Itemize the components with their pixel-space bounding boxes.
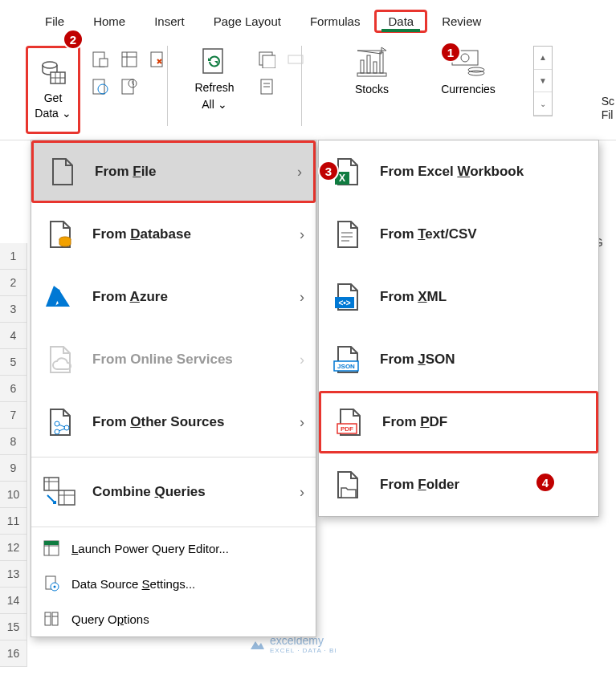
from-table-icon[interactable] xyxy=(117,49,141,70)
currencies-label: Currencies xyxy=(441,83,496,96)
menu-from-azure[interactable]: From Azure › xyxy=(31,266,316,328)
tab-pagelayout[interactable]: Page Layout xyxy=(199,10,296,33)
row-header[interactable]: 10 xyxy=(0,482,27,508)
menu-from-database[interactable]: From Database › xyxy=(31,203,316,266)
file-icon xyxy=(48,156,77,188)
menu-label: From Folder xyxy=(380,477,459,493)
svg-rect-30 xyxy=(380,52,383,73)
stocks-button[interactable]: Stocks xyxy=(336,46,408,96)
gallery-scroll[interactable]: ▲ ▼ ⌄ xyxy=(533,46,553,116)
from-text-icon[interactable] xyxy=(88,49,112,70)
callout-3: 3 xyxy=(318,161,339,181)
row-header[interactable]: 13 xyxy=(0,561,27,588)
menu-launch-pqe[interactable]: Launch Power Query Editor... xyxy=(31,531,316,566)
submenu-folder[interactable]: From Folder xyxy=(319,453,598,516)
tab-home[interactable]: Home xyxy=(79,10,140,33)
row-header[interactable]: 15 xyxy=(0,614,27,640)
file-sources-icon xyxy=(46,406,75,438)
submenu-text-csv[interactable]: From Text/CSV xyxy=(319,203,598,266)
combine-icon xyxy=(43,476,78,508)
svg-rect-29 xyxy=(373,62,377,73)
svg-rect-27 xyxy=(361,60,364,73)
from-file-submenu: X From Excel Workbook From Text/CSV <•> … xyxy=(318,140,599,517)
sort-filter-truncated: ScFil xyxy=(602,95,614,122)
refresh-all-button[interactable]: Refresh All ⌄ xyxy=(182,46,247,112)
svg-point-53 xyxy=(54,586,56,588)
submenu-excel-workbook[interactable]: X From Excel Workbook xyxy=(319,140,598,203)
get-data-label1: Get xyxy=(44,91,63,105)
text-file-icon xyxy=(333,218,362,250)
svg-rect-41 xyxy=(44,478,59,490)
submenu-json[interactable]: JSON From JSON xyxy=(319,328,598,391)
scroll-down-icon[interactable]: ▼ xyxy=(534,70,552,93)
get-data-label2: Data ⌄ xyxy=(35,107,71,120)
menu-data-source-settings[interactable]: Data Source Settings... xyxy=(31,566,316,601)
row-header[interactable]: 5 xyxy=(0,349,27,376)
tab-review[interactable]: Review xyxy=(427,10,496,33)
row-header[interactable]: 9 xyxy=(0,455,27,482)
chevron-right-icon: › xyxy=(297,164,302,181)
menu-label: From Other Sources xyxy=(92,414,224,430)
pdf-file-icon: PDF xyxy=(336,406,365,438)
row-header[interactable]: 8 xyxy=(0,429,27,455)
row-header[interactable]: 7 xyxy=(0,402,27,429)
ribbon-tabs: File Home Insert Page Layout Formulas Da… xyxy=(0,0,616,36)
json-file-icon: JSON xyxy=(333,344,362,376)
stocks-icon xyxy=(353,46,391,78)
settings-file-icon xyxy=(43,575,60,592)
svg-point-37 xyxy=(55,429,59,434)
xml-file-icon: <•> xyxy=(333,281,362,313)
row-header[interactable]: 6 xyxy=(0,376,27,402)
refresh-icon xyxy=(198,46,230,78)
menu-query-options[interactable]: Query Options xyxy=(31,601,316,636)
menu-label: Query Options xyxy=(71,612,149,626)
row-header[interactable]: 1 xyxy=(0,243,27,270)
scroll-up-icon[interactable]: ▲ xyxy=(534,47,552,70)
menu-from-other[interactable]: From Other Sources › xyxy=(31,391,316,453)
svg-rect-50 xyxy=(44,541,59,545)
row-header[interactable]: 12 xyxy=(0,535,27,561)
svg-point-36 xyxy=(55,421,59,426)
row-header[interactable]: 3 xyxy=(0,296,27,323)
row-header[interactable]: 16 xyxy=(0,640,27,667)
tab-formulas[interactable]: Formulas xyxy=(296,10,375,33)
svg-rect-6 xyxy=(100,59,108,67)
menu-from-online: From Online Services › xyxy=(31,328,316,391)
menu-separator xyxy=(31,527,316,527)
recent-sources-icon[interactable] xyxy=(117,76,141,97)
svg-line-40 xyxy=(59,429,65,431)
row-header[interactable]: 2 xyxy=(0,270,27,296)
menu-label: From XML xyxy=(380,289,447,305)
callout-4: 4 xyxy=(535,472,556,493)
queries-icon[interactable] xyxy=(255,49,279,70)
row-header[interactable]: 11 xyxy=(0,508,27,535)
chevron-right-icon: › xyxy=(300,352,304,368)
get-data-button[interactable]: Get Data ⌄ xyxy=(26,46,80,134)
svg-text:<•>: <•> xyxy=(338,299,350,307)
svg-rect-54 xyxy=(45,612,51,625)
from-web-icon[interactable] xyxy=(88,76,112,97)
editor-icon xyxy=(43,539,60,557)
properties-icon[interactable] xyxy=(255,76,279,97)
svg-rect-44 xyxy=(59,490,75,505)
data-types-group: Stocks Currencies ▲ ▼ ⌄ xyxy=(316,46,553,116)
watermark-icon xyxy=(249,636,265,653)
row-header[interactable]: 4 xyxy=(0,323,27,349)
menu-from-file[interactable]: From File › xyxy=(31,140,316,203)
row-header[interactable]: 14 xyxy=(0,588,27,614)
database-grid-icon xyxy=(39,59,67,87)
menu-label: From JSON xyxy=(380,352,455,368)
svg-rect-9 xyxy=(122,52,137,67)
menu-combine-queries[interactable]: Combine Queries › xyxy=(31,461,316,523)
scroll-more-icon[interactable]: ⌄ xyxy=(534,92,552,116)
edit-links-icon[interactable] xyxy=(284,49,308,70)
svg-point-0 xyxy=(43,62,57,68)
tab-data[interactable]: Data xyxy=(374,10,427,33)
svg-rect-12 xyxy=(122,79,133,94)
file-db-icon xyxy=(46,218,75,250)
submenu-xml[interactable]: <•> From XML xyxy=(319,266,598,328)
refresh-label1: Refresh xyxy=(194,81,234,95)
tab-insert[interactable]: Insert xyxy=(140,10,199,33)
svg-point-34 xyxy=(468,71,484,75)
submenu-pdf[interactable]: PDF From PDF xyxy=(319,391,598,453)
